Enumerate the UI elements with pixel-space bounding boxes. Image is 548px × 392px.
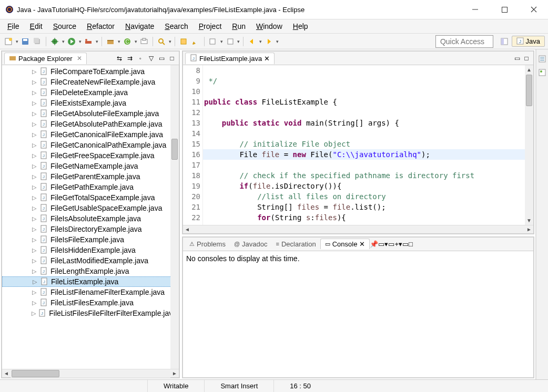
- expand-arrow-icon[interactable]: ▷: [31, 121, 38, 128]
- view-menu-button[interactable]: ▽: [146, 54, 156, 63]
- toggle-mark-button[interactable]: [178, 36, 189, 47]
- new-class-button[interactable]: C: [122, 36, 133, 47]
- tree-item[interactable]: ▷JFileGetTotalSpaceExample.java: [2, 192, 179, 203]
- expand-arrow-icon[interactable]: ▷: [31, 184, 38, 191]
- debug-button[interactable]: [49, 36, 60, 47]
- back-button[interactable]: [247, 36, 257, 47]
- expand-arrow-icon[interactable]: ▷: [31, 257, 38, 264]
- expand-arrow-icon[interactable]: ▷: [31, 79, 38, 86]
- maximize-bottom-button[interactable]: □: [409, 240, 413, 248]
- tree-item[interactable]: ▷JFileGetCanonicalFileExample.java: [2, 129, 179, 140]
- vertical-scrollbar[interactable]: [170, 65, 179, 369]
- close-icon[interactable]: ✕: [264, 55, 270, 63]
- menu-refactor[interactable]: Refactor: [83, 20, 119, 32]
- save-all-button[interactable]: [32, 36, 43, 47]
- menu-run[interactable]: Run: [228, 20, 250, 32]
- menu-project[interactable]: Project: [195, 20, 226, 32]
- outline-icon[interactable]: [538, 55, 546, 63]
- expand-arrow-icon[interactable]: ▷: [31, 268, 38, 275]
- tasks-icon[interactable]: [538, 68, 546, 77]
- expand-arrow-icon[interactable]: ▷: [31, 131, 38, 138]
- tree-item[interactable]: ▷JFileGetCanonicalPathExample.java: [2, 140, 179, 150]
- menu-navigate[interactable]: Navigate: [121, 20, 158, 32]
- tab-console[interactable]: ▭ Console ✕: [320, 239, 370, 249]
- expand-arrow-icon[interactable]: ▷: [31, 152, 38, 159]
- tree-item[interactable]: ▷JFileGetFreeSpaceExample.java: [2, 150, 179, 161]
- tree-item[interactable]: ▷JFileExistsExample.java: [2, 98, 179, 108]
- tab-declaration[interactable]: ≡ Declaration: [272, 239, 320, 249]
- quick-access-input[interactable]: [435, 35, 493, 48]
- expand-arrow-icon[interactable]: ▷: [31, 289, 38, 296]
- new-package-button[interactable]: [105, 36, 116, 47]
- code-area[interactable]: 891011121314151617181920212223 */public …: [183, 65, 533, 225]
- tree-item[interactable]: ▷JFileLastModifiedExample.java: [2, 255, 179, 266]
- search-button[interactable]: [156, 36, 167, 47]
- expand-arrow-icon[interactable]: ▷: [31, 278, 38, 285]
- expand-arrow-icon[interactable]: ▷: [31, 247, 38, 254]
- run-button[interactable]: [66, 36, 77, 47]
- expand-arrow-icon[interactable]: ▷: [31, 173, 38, 180]
- editor-horizontal-scrollbar[interactable]: ◄►: [183, 225, 533, 233]
- edit-button[interactable]: [190, 36, 201, 47]
- open-type-button[interactable]: [139, 36, 149, 47]
- tree-item[interactable]: ▷JFileListFilesFileFilterFilterExample.j…: [2, 308, 179, 318]
- save-button[interactable]: [20, 36, 31, 47]
- link-editor-button[interactable]: ⇉: [125, 54, 135, 63]
- expand-arrow-icon[interactable]: ▷: [31, 300, 38, 306]
- expand-arrow-icon[interactable]: ▷: [31, 163, 38, 170]
- tab-javadoc[interactable]: @ Javadoc: [230, 239, 272, 249]
- focus-button[interactable]: ◦: [136, 54, 145, 63]
- expand-arrow-icon[interactable]: ▷: [31, 142, 38, 149]
- tree-item[interactable]: ▷JFileCompareToExample.java: [2, 66, 179, 77]
- menu-file[interactable]: File: [3, 20, 24, 32]
- minimize-view-button[interactable]: ▭: [157, 54, 166, 63]
- expand-arrow-icon[interactable]: ▷: [31, 236, 38, 243]
- expand-arrow-icon[interactable]: ▷: [31, 110, 38, 117]
- new-button[interactable]: [3, 36, 14, 47]
- java-perspective-button[interactable]: J Java: [512, 36, 545, 47]
- tree-item[interactable]: ▷JFileIsHiddenExample.java: [2, 245, 179, 255]
- menu-search[interactable]: Search: [160, 20, 192, 32]
- minimize-editor-button[interactable]: ▭: [512, 54, 522, 63]
- horizontal-scrollbar[interactable]: ◄►: [2, 369, 179, 377]
- maximize-button[interactable]: [495, 3, 513, 16]
- tree-item[interactable]: ▷JFileGetAbsolutePathExample.java: [2, 119, 179, 129]
- expand-arrow-icon[interactable]: ▷: [31, 68, 38, 75]
- package-tree[interactable]: ▷JFileCompareToExample.java▷JFileCreateN…: [2, 65, 179, 369]
- editor-vertical-scrollbar[interactable]: ▲▼: [525, 65, 533, 225]
- expand-arrow-icon[interactable]: ▷: [31, 310, 36, 317]
- open-perspective-button[interactable]: [499, 36, 510, 47]
- new-console-button[interactable]: ▭+▾: [388, 240, 402, 248]
- menu-edit[interactable]: Edit: [26, 20, 47, 32]
- menu-window[interactable]: Window: [252, 20, 287, 32]
- ext-tools-button[interactable]: [83, 36, 94, 47]
- tree-item[interactable]: ▷JFileListExample.java: [2, 276, 179, 287]
- tree-item[interactable]: ▷JFileGetNameExample.java: [2, 161, 179, 171]
- tree-item[interactable]: ▷JFileIsDirectoryExample.java: [2, 224, 179, 234]
- tree-item[interactable]: ▷JFileGetAbsoluteFileExample.java: [2, 108, 179, 119]
- minimize-bottom-button[interactable]: ▭: [402, 240, 409, 248]
- pin-console-button[interactable]: 📌: [370, 240, 378, 248]
- tree-item[interactable]: ▷JFileCreateNewFileExample.java: [2, 77, 179, 87]
- tree-item[interactable]: ▷JFileGetParentExample.java: [2, 171, 179, 182]
- expand-arrow-icon[interactable]: ▷: [31, 215, 38, 222]
- collapse-all-button[interactable]: ⇆: [115, 54, 124, 63]
- maximize-editor-button[interactable]: □: [522, 54, 531, 63]
- menu-source[interactable]: Source: [49, 20, 80, 32]
- close-icon[interactable]: ✕: [77, 55, 82, 62]
- close-button[interactable]: [525, 3, 543, 16]
- expand-arrow-icon[interactable]: ▷: [31, 89, 38, 96]
- next-annotation-button[interactable]: [208, 36, 218, 47]
- tree-item[interactable]: ▷JFileIsFileExample.java: [2, 234, 179, 245]
- tree-item[interactable]: ▷JFileLengthExample.java: [2, 266, 179, 276]
- tree-item[interactable]: ▷JFileIsAbsoluteExample.java: [2, 213, 179, 224]
- expand-arrow-icon[interactable]: ▷: [31, 226, 38, 233]
- editor-tab[interactable]: J FileListExample.java ✕: [185, 53, 275, 64]
- expand-arrow-icon[interactable]: ▷: [31, 100, 38, 107]
- menu-help[interactable]: Help: [289, 20, 312, 32]
- close-icon[interactable]: ✕: [359, 240, 365, 248]
- minimize-button[interactable]: [466, 3, 484, 16]
- maximize-view-button[interactable]: □: [167, 54, 177, 63]
- forward-button[interactable]: [263, 36, 274, 47]
- package-explorer-tab[interactable]: Package Explorer ✕: [4, 53, 87, 64]
